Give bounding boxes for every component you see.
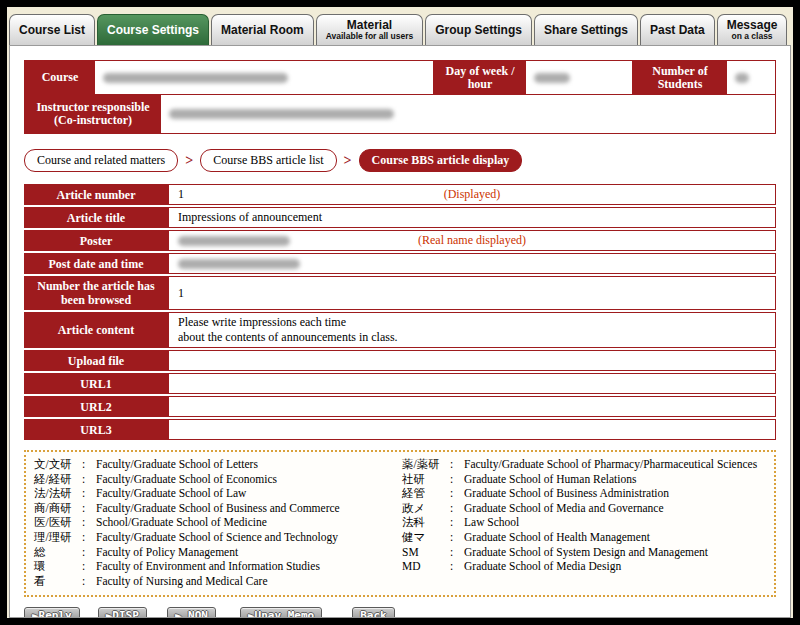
legend-name: Law School xyxy=(464,515,519,530)
legend-abbr: 法科 xyxy=(402,515,450,530)
legend-left-column: 文/文研:Faculty/Graduate School of Letters … xyxy=(34,457,402,588)
row-value: Please write impressions each time about… xyxy=(168,312,776,348)
tab-group-settings[interactable]: Group Settings xyxy=(425,14,532,45)
row-url2: URL2 xyxy=(24,396,776,417)
breadcrumb-separator: > xyxy=(185,153,193,169)
legend-colon: : xyxy=(450,486,464,501)
reply-button[interactable]: ►Reply xyxy=(24,607,80,618)
tab-share-settings[interactable]: Share Settings xyxy=(534,14,638,45)
legend-abbr: 健マ xyxy=(402,530,450,545)
row-upload-file: Upload file xyxy=(24,350,776,371)
legend-name: Graduate School of Human Relations xyxy=(464,472,636,487)
row-value: Impressions of announcement xyxy=(168,207,776,228)
instructor-value xyxy=(161,95,775,133)
row-article-content: Article content Please write impressions… xyxy=(24,312,776,348)
displayed-annotation: (Displayed) xyxy=(444,187,501,202)
breadcrumb: Course and related matters > Course BBS … xyxy=(24,149,790,172)
redacted-poster-value xyxy=(178,236,290,246)
legend-name: Graduate School of System Design and Man… xyxy=(464,545,708,560)
legend-abbr: MD xyxy=(402,559,450,574)
legend-abbr: SM xyxy=(402,545,450,560)
legend-colon: : xyxy=(82,515,96,530)
tab-past-data[interactable]: Past Data xyxy=(640,14,715,45)
legend-abbr: 文/文研 xyxy=(34,457,82,472)
tab-material[interactable]: MaterialAvailable for all users xyxy=(316,14,424,45)
legend-abbr: 医/医研 xyxy=(34,515,82,530)
legend-name: Faculty of Policy Management xyxy=(96,545,238,560)
row-url1: URL1 xyxy=(24,373,776,394)
legend-colon: : xyxy=(450,559,464,574)
legend-colon: : xyxy=(450,515,464,530)
legend-colon: : xyxy=(450,457,464,472)
legend-name: Faculty/Graduate School of Economics xyxy=(96,472,277,487)
legend-name: School/Graduate School of Medicine xyxy=(96,515,267,530)
number-of-students-value xyxy=(727,61,775,94)
row-label: URL2 xyxy=(24,396,168,417)
legend-item: 看:Faculty of Nursing and Medical Care xyxy=(34,574,402,589)
tab-label: Share Settings xyxy=(544,24,628,37)
legend-abbr: 社研 xyxy=(402,472,450,487)
legend-abbr: 看 xyxy=(34,574,82,589)
legend-item: 経管:Graduate School of Business Administr… xyxy=(402,486,766,501)
tab-sublabel: Available for all users xyxy=(326,32,414,41)
tab-course-list[interactable]: Course List xyxy=(9,14,95,45)
legend-colon: : xyxy=(450,545,464,560)
legend-colon: : xyxy=(450,530,464,545)
non-button[interactable]: ► NON xyxy=(167,607,216,618)
legend-abbr: 法/法研 xyxy=(34,486,82,501)
legend-item: 社研:Graduate School of Human Relations xyxy=(402,472,766,487)
row-label: Number the article has been browsed xyxy=(24,276,168,310)
legend-colon: : xyxy=(82,457,96,472)
legend-name: Graduate School of Media Design xyxy=(464,559,621,574)
legend-colon: : xyxy=(82,501,96,516)
tab-message[interactable]: Messageon a class xyxy=(717,14,788,45)
legend-name: Faculty/Graduate School of Pharmacy/Phar… xyxy=(464,457,757,472)
row-poster: Poster (Real name displayed) xyxy=(24,230,776,251)
tab-label: Course List xyxy=(19,24,85,37)
legend-abbr: 環 xyxy=(34,559,82,574)
row-value: (Real name displayed) xyxy=(168,230,776,251)
page-background: Course List Course Settings Material Roo… xyxy=(7,7,793,618)
row-url3: URL3 xyxy=(24,419,776,440)
redacted-instructor-value xyxy=(169,109,394,119)
redacted-course-value xyxy=(103,73,288,83)
legend-item: 薬/薬研:Faculty/Graduate School of Pharmacy… xyxy=(402,457,766,472)
legend-colon: : xyxy=(82,559,96,574)
legend-item: 政メ:Graduate School of Media and Governan… xyxy=(402,501,766,516)
legend-colon: : xyxy=(82,472,96,487)
legend-name: Faculty/Graduate School of Business and … xyxy=(96,501,340,516)
legend-abbr: 総 xyxy=(34,545,82,560)
real-name-annotation: (Real name displayed) xyxy=(418,233,526,248)
row-label: Article content xyxy=(24,312,168,348)
breadcrumb-course-related-matters[interactable]: Course and related matters xyxy=(24,149,178,172)
legend-name: Graduate School of Business Administrati… xyxy=(464,486,669,501)
tab-label: Group Settings xyxy=(435,24,522,37)
row-label: Article number xyxy=(24,184,168,205)
course-label: Course xyxy=(25,61,95,94)
row-value xyxy=(168,253,776,274)
instructor-label: Instructor responsible (Co-instructor) xyxy=(25,95,161,133)
tab-bar: Course List Course Settings Material Roo… xyxy=(7,7,793,45)
faculty-legend: 文/文研:Faculty/Graduate School of Letters … xyxy=(24,450,776,597)
content-panel: Course Day of week / hour Number of Stud… xyxy=(9,45,791,618)
tab-label: Material Room xyxy=(221,24,304,37)
legend-name: Faculty of Environment and Information S… xyxy=(96,559,320,574)
unav-memo-button[interactable]: ►Unav Memo xyxy=(240,607,322,618)
redacted-students-value xyxy=(735,73,749,83)
row-article-number: Article number 1(Displayed) xyxy=(24,184,776,205)
article-table: Article number 1(Displayed) Article titl… xyxy=(24,184,776,440)
back-button[interactable]: Back xyxy=(352,607,395,618)
legend-colon: : xyxy=(82,545,96,560)
tab-material-room[interactable]: Material Room xyxy=(211,14,314,45)
breadcrumb-course-bbs-article-list[interactable]: Course BBS article list xyxy=(200,149,336,172)
disp-button[interactable]: ►DISP xyxy=(98,607,147,618)
row-label: Article title xyxy=(24,207,168,228)
row-label: Upload file xyxy=(24,350,168,371)
legend-abbr: 政メ xyxy=(402,501,450,516)
legend-colon: : xyxy=(82,574,96,589)
legend-item: 経/経研:Faculty/Graduate School of Economic… xyxy=(34,472,402,487)
legend-item: 健マ:Graduate School of Health Management xyxy=(402,530,766,545)
row-value xyxy=(168,350,776,371)
tab-sublabel: on a class xyxy=(731,32,772,41)
tab-course-settings[interactable]: Course Settings xyxy=(97,14,209,45)
